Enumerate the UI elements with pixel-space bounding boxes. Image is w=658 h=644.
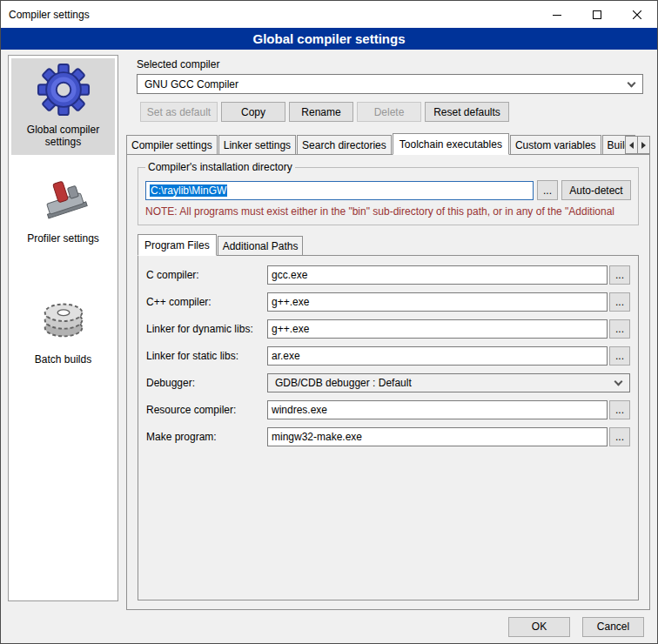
sidebar-item-label: Profiler settings bbox=[27, 232, 99, 245]
stacked-gears-icon bbox=[37, 292, 91, 346]
cpp-compiler-input[interactable] bbox=[267, 292, 608, 312]
form-row-dynamic-linker: Linker for dynamic libs: ... bbox=[146, 319, 630, 339]
resource-compiler-browse-button[interactable]: ... bbox=[609, 400, 630, 419]
dynamic-linker-input[interactable] bbox=[267, 319, 608, 339]
dialog-banner: Global compiler settings bbox=[1, 28, 657, 50]
resource-compiler-input[interactable] bbox=[267, 400, 608, 419]
make-program-input[interactable] bbox=[267, 427, 608, 446]
cpp-compiler-label: C++ compiler: bbox=[146, 296, 265, 308]
profiler-tool-icon bbox=[37, 171, 91, 225]
tab-scroll-left-button[interactable] bbox=[625, 136, 638, 154]
form-row-resource-compiler: Resource compiler: ... bbox=[146, 400, 630, 419]
close-button[interactable] bbox=[617, 1, 657, 28]
auto-detect-button[interactable]: Auto-detect bbox=[561, 180, 631, 200]
selected-compiler-value: GNU GCC Compiler bbox=[144, 78, 238, 91]
sidebar-item-global-compiler-settings[interactable]: Global compiler settings bbox=[11, 58, 115, 155]
selected-compiler-label: Selected compiler bbox=[137, 58, 640, 70]
cancel-button[interactable]: Cancel bbox=[582, 617, 644, 637]
installation-directory-group: Compiler's installation directory C:\ray… bbox=[138, 167, 639, 225]
c-compiler-label: C compiler: bbox=[146, 269, 265, 281]
tab-search-directories[interactable]: Search directories bbox=[297, 135, 392, 154]
close-icon bbox=[633, 10, 641, 19]
banner-title: Global compiler settings bbox=[252, 31, 405, 46]
form-row-debugger: Debugger: GDB/CDB debugger : Default bbox=[146, 373, 630, 392]
static-linker-input[interactable] bbox=[267, 346, 608, 366]
selected-compiler-dropdown[interactable]: GNU GCC Compiler bbox=[137, 74, 643, 94]
install-dir-browse-button[interactable]: ... bbox=[537, 180, 558, 200]
tab-custom-variables[interactable]: Custom variables bbox=[510, 135, 601, 154]
maximize-icon bbox=[593, 10, 601, 19]
installation-directory-row: C:\raylib\MinGW ... Auto-detect bbox=[145, 180, 631, 200]
window-title: Compiler settings bbox=[1, 9, 90, 21]
rename-button[interactable]: Rename bbox=[289, 102, 353, 122]
subtab-program-files[interactable]: Program Files bbox=[138, 234, 217, 256]
form-row-static-linker: Linker for static libs: ... bbox=[146, 346, 630, 366]
make-program-browse-button[interactable]: ... bbox=[609, 427, 630, 446]
maximize-button[interactable] bbox=[577, 1, 617, 28]
arrow-right-icon bbox=[641, 142, 646, 149]
static-linker-browse-button[interactable]: ... bbox=[609, 346, 630, 366]
settings-tabs: Compiler settings Linker settings Search… bbox=[126, 132, 623, 154]
debugger-dropdown[interactable]: GDB/CDB debugger : Default bbox=[267, 373, 630, 392]
debugger-label: Debugger: bbox=[146, 377, 265, 389]
compiler-settings-dialog: Compiler settings Global compiler settin… bbox=[0, 0, 658, 644]
copy-button[interactable]: Copy bbox=[221, 102, 285, 122]
chevron-down-icon bbox=[614, 378, 623, 386]
settings-tabbar: Compiler settings Linker settings Search… bbox=[126, 132, 650, 154]
cpp-compiler-browse-button[interactable]: ... bbox=[609, 292, 630, 312]
dialog-body: Global compiler settings Profiler settin… bbox=[1, 50, 657, 610]
executables-tabbar: Program Files Additional Paths bbox=[138, 233, 639, 255]
settings-category-list: Global compiler settings Profiler settin… bbox=[8, 55, 118, 601]
dynamic-linker-label: Linker for dynamic libs: bbox=[146, 323, 265, 335]
install-dir-selected-text: C:\raylib\MinGW bbox=[150, 184, 227, 197]
form-row-cpp-compiler: C++ compiler: ... bbox=[146, 292, 630, 312]
resource-compiler-label: Resource compiler: bbox=[146, 404, 265, 416]
c-compiler-input[interactable] bbox=[267, 265, 608, 285]
ok-button[interactable]: OK bbox=[508, 617, 570, 637]
minimize-icon bbox=[553, 10, 561, 19]
tab-scroll-controls bbox=[625, 136, 650, 154]
sidebar-item-label: Batch builds bbox=[35, 353, 91, 366]
program-files-panel: C compiler: ... C++ compiler: ... Linker… bbox=[138, 255, 639, 600]
c-compiler-browse-button[interactable]: ... bbox=[609, 265, 630, 285]
sidebar-item-profiler-settings[interactable]: Profiler settings bbox=[11, 167, 115, 252]
dialog-footer: OK Cancel bbox=[1, 610, 657, 643]
arrow-left-icon bbox=[629, 142, 634, 149]
minimize-button[interactable] bbox=[537, 1, 577, 28]
tab-compiler-settings[interactable]: Compiler settings bbox=[126, 135, 218, 154]
form-row-make-program: Make program: ... bbox=[146, 427, 630, 446]
settings-content: Selected compiler GNU GCC Compiler Set a… bbox=[126, 55, 650, 610]
window-controls bbox=[537, 1, 657, 28]
titlebar[interactable]: Compiler settings bbox=[1, 1, 657, 28]
blue-gear-icon bbox=[37, 63, 91, 117]
install-dir-input[interactable]: C:\raylib\MinGW bbox=[145, 181, 534, 200]
tab-toolchain-executables[interactable]: Toolchain executables bbox=[393, 133, 509, 155]
chevron-down-icon bbox=[628, 78, 636, 87]
compiler-actions-row: Set as default Copy Rename Delete Reset … bbox=[137, 102, 643, 122]
make-program-label: Make program: bbox=[146, 431, 265, 443]
sidebar-item-label: Global compiler settings bbox=[13, 124, 113, 148]
subtab-additional-paths[interactable]: Additional Paths bbox=[218, 236, 304, 255]
reset-defaults-button[interactable]: Reset defaults bbox=[425, 102, 509, 122]
debugger-value: GDB/CDB debugger : Default bbox=[275, 377, 412, 389]
executables-tabs: Program Files Additional Paths bbox=[138, 233, 639, 255]
static-linker-label: Linker for static libs: bbox=[146, 350, 265, 362]
toolchain-executables-panel: Compiler's installation directory C:\ray… bbox=[126, 154, 650, 610]
set-as-default-button[interactable]: Set as default bbox=[140, 102, 218, 122]
delete-button[interactable]: Delete bbox=[357, 102, 421, 122]
dynamic-linker-browse-button[interactable]: ... bbox=[609, 319, 630, 339]
install-dir-note: NOTE: All programs must exist either in … bbox=[145, 205, 631, 218]
form-row-c-compiler: C compiler: ... bbox=[146, 265, 630, 285]
sidebar-item-batch-builds[interactable]: Batch builds bbox=[11, 288, 115, 372]
tab-linker-settings[interactable]: Linker settings bbox=[218, 135, 296, 154]
tab-scroll-right-button[interactable] bbox=[637, 136, 650, 154]
installation-directory-group-label: Compiler's installation directory bbox=[145, 161, 295, 173]
